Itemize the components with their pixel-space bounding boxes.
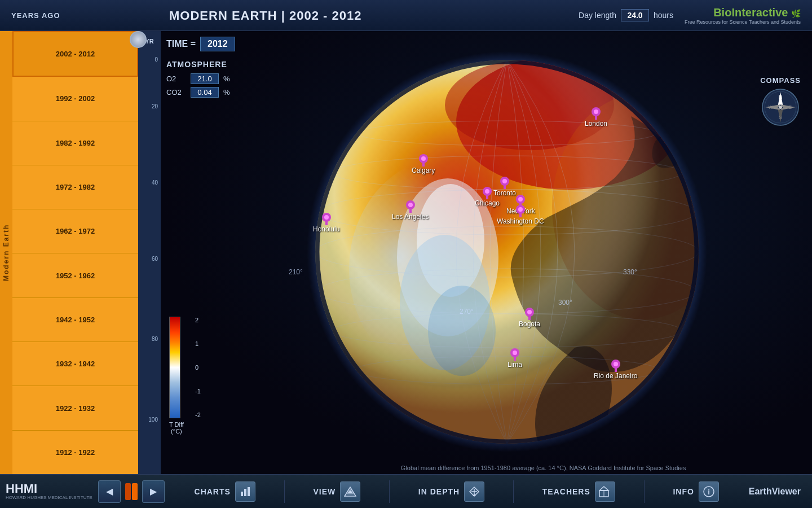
citation-text: Global mean difference from 1951-1980 av… [401, 465, 686, 471]
city-riodejaneiro-label: Rio de Janeiro [594, 372, 637, 380]
time-value: 2012 [200, 37, 235, 51]
svg-point-46 [527, 310, 532, 314]
svg-point-40 [408, 203, 413, 207]
co2-value: 0.04 [191, 87, 219, 98]
toolbar-items: CHARTS VIEW IN DEPTH [165, 479, 749, 505]
yr-tick-40: 40 [152, 179, 158, 185]
timeline-item-1[interactable]: 1992 - 2002 [12, 77, 138, 121]
legend-val-0: 0 [195, 364, 201, 371]
view-item[interactable]: VIEW [304, 479, 369, 505]
main-content: TIME = 2012 ATMOSPHERE O2 21.0 % CO2 0.0… [161, 31, 812, 474]
o2-row: O2 21.0 % [166, 73, 235, 84]
svg-rect-64 [241, 492, 243, 496]
nav-forward-button[interactable]: ▶ [142, 480, 165, 503]
city-washingtondc-label: Washington DC [497, 217, 544, 225]
compass-label: COMPASS [760, 76, 801, 85]
hhmi-logo: HHMI HOWARD HUGHES MEDICAL INSTITUTE [6, 483, 92, 500]
legend-labels: 2 1 0 -1 -2 [195, 317, 201, 418]
view-icon [340, 481, 360, 502]
time-row: TIME = 2012 [166, 37, 235, 51]
play-bar-2 [132, 483, 138, 500]
divider-1 [284, 480, 285, 503]
city-losangeles[interactable]: Los Angeles [392, 200, 429, 221]
timeline-item-7[interactable]: 1932 - 1942 [12, 342, 138, 386]
header-center: MODERN EARTH | 2002 - 2012 [169, 0, 361, 31]
co2-label: CO2 [166, 88, 186, 97]
city-bogota[interactable]: Bogota [519, 308, 540, 328]
o2-label: O2 [166, 75, 186, 83]
svg-rect-45 [528, 316, 531, 320]
slider-handle[interactable] [130, 31, 147, 48]
svg-rect-27 [504, 185, 506, 189]
co2-unit: % [223, 88, 230, 97]
lon-300: 300° [558, 299, 572, 306]
svg-point-34 [518, 197, 523, 202]
o2-value: 21.0 [191, 73, 219, 84]
color-legend: 2 1 0 -1 -2 T Diff (°C) [169, 317, 184, 435]
timeline-item-8[interactable]: 1922 - 1932 [12, 386, 138, 430]
city-london-label: London [585, 120, 607, 128]
city-chicago[interactable]: Chicago [475, 187, 500, 207]
yr-scale: 0 20 40 60 80 100 [138, 51, 161, 474]
years-ago-label: YEARS AGO [11, 11, 60, 20]
yr-tick-80: 80 [152, 336, 158, 342]
svg-rect-42 [325, 221, 328, 225]
lon-270: 270° [460, 308, 474, 316]
time-label: TIME = [166, 39, 196, 49]
svg-rect-21 [595, 116, 597, 120]
timeline-items: 2002 - 2012 1992 - 2002 1982 - 1992 1972… [12, 31, 138, 474]
lon-330: 330° [623, 268, 637, 276]
legend-val-2: 2 [195, 317, 201, 323]
city-london[interactable]: London [585, 107, 607, 128]
timeline-item-0[interactable]: 2002 - 2012 [12, 31, 138, 77]
charts-item[interactable]: CHARTS [186, 479, 264, 505]
city-lima-label: Lima [508, 361, 522, 369]
play-bar-1 [125, 483, 131, 500]
hhmi-sub: HOWARD HUGHES MEDICAL INSTITUTE [6, 495, 92, 500]
city-honolulu[interactable]: Honolulu [313, 213, 339, 233]
timeline-item-5[interactable]: 1952 - 1962 [12, 253, 138, 297]
globe-wrapper [304, 49, 710, 457]
svg-rect-30 [486, 195, 488, 199]
city-lima[interactable]: Lima [508, 348, 522, 369]
bottom-toolbar: HHMI HOWARD HUGHES MEDICAL INSTITUTE ◀ ▶… [0, 474, 812, 508]
left-sidebar: Modern Earth 2002 - 2012 1992 - 2002 198… [0, 31, 138, 474]
logo-subtitle: Free Resources for Science Teachers and … [685, 19, 801, 25]
timeline-item-2[interactable]: 1982 - 1992 [12, 121, 138, 165]
timeline-item-9[interactable]: 1912 - 1922 [12, 431, 138, 474]
nav-back-button[interactable]: ◀ [98, 480, 121, 503]
timeline-item-6[interactable]: 1942 - 1952 [12, 298, 138, 342]
header-left: YEARS AGO [11, 11, 60, 20]
day-length-container: Day length 24.0 hours [579, 9, 673, 21]
timeline-item-4[interactable]: 1962 - 1972 [12, 209, 138, 253]
day-length-label: Day length [579, 11, 616, 20]
city-chicago-label: Chicago [475, 199, 500, 207]
city-honolulu-label: Honolulu [313, 225, 339, 233]
legend-gradient [169, 317, 180, 418]
teachers-item[interactable]: TEACHERS [534, 479, 624, 505]
svg-point-25 [421, 156, 426, 161]
charts-icon-svg [240, 486, 251, 497]
atmosphere-section: ATMOSPHERE O2 21.0 % CO2 0.04 % [166, 60, 235, 98]
city-bogota-label: Bogota [519, 320, 540, 328]
svg-rect-65 [244, 489, 246, 496]
interactive-text: Interactive [731, 6, 788, 19]
bio-text: Bio [713, 6, 731, 19]
city-calgary[interactable]: Calgary [412, 154, 435, 174]
svg-rect-36 [519, 213, 522, 217]
divider-3 [513, 480, 514, 503]
legend-val-neg1: -1 [195, 388, 201, 395]
svg-point-37 [518, 207, 523, 212]
timeline-item-3[interactable]: 1972 - 1982 [12, 165, 138, 209]
info-item[interactable]: INFO i [664, 479, 727, 505]
city-washingtondc[interactable]: Washington DC [497, 205, 544, 225]
yr-tick-0: 0 [155, 56, 158, 63]
header-bar: YEARS AGO MODERN EARTH | 2002 - 2012 Day… [0, 0, 812, 31]
svg-text:N: N [779, 94, 783, 100]
toolbar-left: HHMI HOWARD HUGHES MEDICAL INSTITUTE ◀ ▶ [6, 480, 165, 503]
indepth-item[interactable]: IN DEPTH [410, 479, 493, 505]
svg-point-49 [513, 351, 517, 355]
hhmi-text: HHMI [6, 483, 92, 495]
indepth-label: IN DEPTH [418, 487, 460, 496]
city-riodejaneiro[interactable]: Rio de Janeiro [594, 360, 637, 380]
